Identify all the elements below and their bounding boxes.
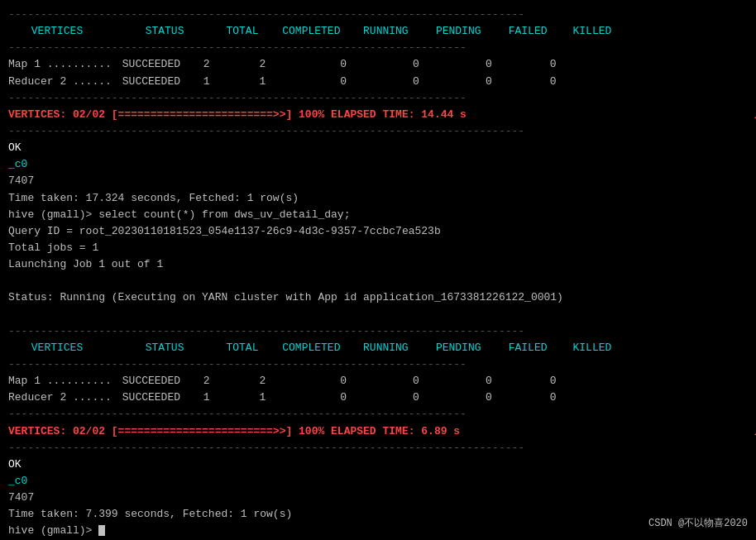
count-line-1: 7407: [8, 173, 748, 189]
table-header-1: VERTICES STATUS TOTAL COMPLETED RUNNING …: [8, 23, 748, 40]
launching-line: Launching Job 1 out of 1: [8, 256, 748, 273]
separator-1: ----------------------------------------…: [8, 7, 748, 23]
time-taken-1: Time taken: 17.324 seconds, Fetched: 1 r…: [8, 190, 748, 207]
terminal: ----------------------------------------…: [0, 0, 756, 540]
ok-line-2: OK: [8, 456, 748, 473]
table-row: Reducer 2 ...... SUCCEEDED 1 1 0 0 0 0: [8, 74, 748, 90]
table-header-2: VERTICES STATUS TOTAL COMPLETED RUNNING …: [8, 340, 748, 356]
status-running-line: Status: Running (Executing on YARN clust…: [8, 289, 748, 306]
separator-2: ----------------------------------------…: [8, 40, 748, 56]
time-taken-2: Time taken: 7.399 seconds, Fetched: 1 ro…: [8, 506, 748, 523]
watermark: CSDN @不以物喜2020: [648, 516, 748, 530]
table-row: Map 1 .......... SUCCEEDED 2 2 0 0 0 0: [8, 56, 748, 73]
ok-line-1: OK: [8, 140, 748, 156]
c0-line-2: _c0: [8, 473, 748, 490]
table-row: Map 1 .......... SUCCEEDED 2 2 0 0 0 0: [8, 373, 748, 389]
separator-4: ----------------------------------------…: [8, 123, 748, 140]
progress-bar-1: VERTICES: 02/02 [=======================…: [8, 107, 748, 123]
blank-line-2: [8, 307, 748, 323]
separator-5: ----------------------------------------…: [8, 323, 748, 340]
count-line-2: 7407: [8, 490, 748, 506]
c0-line-1: _c0: [8, 156, 748, 173]
command-line: hive (gmall)> select count(*) from dws_u…: [8, 207, 748, 223]
separator-8: ----------------------------------------…: [8, 440, 748, 456]
query-id-line: Query ID = root_20230110181523_054e1137-…: [8, 223, 748, 240]
progress-bar-2: VERTICES: 02/02 [=======================…: [8, 423, 748, 440]
blank-line: [8, 273, 748, 289]
final-prompt-line: hive (gmall)>: [8, 523, 748, 539]
total-jobs-line: Total jobs = 1: [8, 240, 748, 256]
table-row: Reducer 2 ...... SUCCEEDED 1 1 0 0 0 0: [8, 389, 748, 406]
separator-3: ----------------------------------------…: [8, 90, 748, 107]
cursor: [98, 525, 105, 536]
separator-7: ----------------------------------------…: [8, 406, 748, 423]
separator-6: ----------------------------------------…: [8, 356, 748, 373]
